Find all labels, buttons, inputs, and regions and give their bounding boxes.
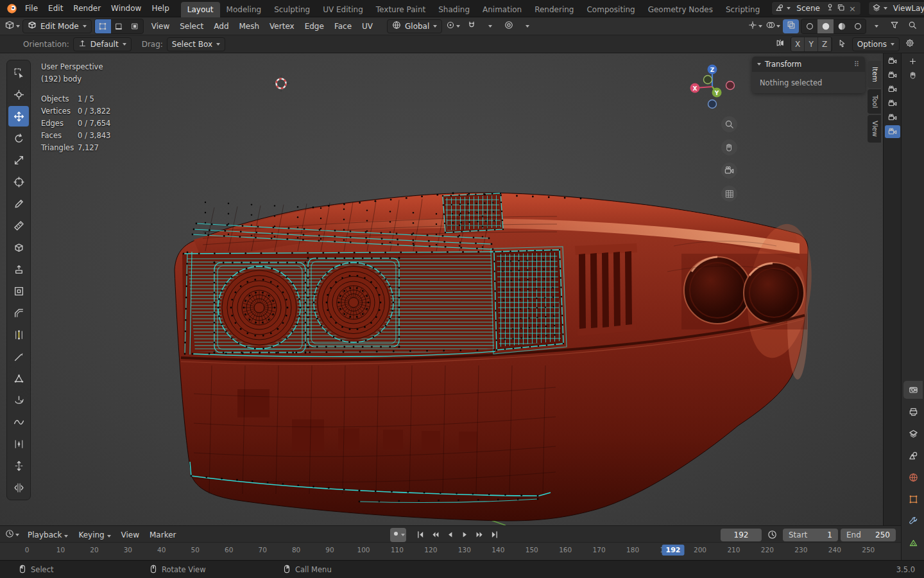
properties-tab-output-icon[interactable] — [903, 403, 923, 421]
properties-tab-view-layer-icon[interactable] — [903, 425, 923, 442]
tool-rip-region[interactable] — [8, 477, 29, 498]
jump-end-button[interactable] — [488, 528, 501, 542]
properties-tab-world-icon[interactable] — [903, 468, 923, 486]
tool-smooth[interactable] — [8, 412, 29, 432]
workspace-tab-uv-editing[interactable]: UV Editing — [316, 2, 370, 17]
tool-shrink-fatten[interactable] — [8, 455, 29, 476]
tool-measure[interactable] — [8, 215, 29, 236]
workspace-tab-sculpting[interactable]: Sculpting — [268, 2, 316, 17]
properties-search-icon[interactable] — [904, 19, 920, 33]
camera-visibility-toggle-icon[interactable] — [885, 125, 900, 138]
timeline-menu-playback[interactable]: Playback — [22, 528, 73, 542]
tool-annotate[interactable] — [8, 193, 29, 214]
viewlayer-selector[interactable]: ViewLayer × — [868, 1, 924, 15]
sidebar-tab-item[interactable]: Item — [868, 61, 881, 88]
workspace-tab-texture-paint[interactable]: Texture Paint — [370, 2, 432, 17]
gear-icon[interactable] — [902, 37, 918, 51]
camera-visibility-toggle-icon[interactable] — [885, 97, 900, 110]
tool-add-cube[interactable] — [8, 237, 29, 258]
camera-view-icon[interactable] — [721, 162, 737, 179]
tool-loop-cut[interactable] — [8, 324, 29, 345]
tool-select-box[interactable] — [8, 62, 29, 83]
tool-edge-slide[interactable] — [8, 434, 29, 454]
tool-transform[interactable] — [8, 171, 29, 192]
next-keyframe-button[interactable] — [473, 528, 486, 542]
sidebar-tab-tool[interactable]: Tool — [868, 89, 881, 114]
mirror-axis-y-toggle[interactable]: Y — [805, 37, 817, 51]
transform-panel-header[interactable]: Transform ⠿ — [752, 57, 865, 72]
current-frame-field[interactable]: 192 — [721, 529, 762, 541]
viewport-menu-face[interactable]: Face — [329, 19, 357, 33]
topbar-menu-help[interactable]: Help — [146, 1, 174, 15]
mode-selector[interactable]: Edit Mode — [22, 19, 92, 33]
prev-keyframe-button[interactable] — [429, 528, 442, 542]
orientation-default-dropdown[interactable]: Default — [73, 37, 132, 51]
viewport-menu-vertex[interactable]: Vertex — [264, 19, 300, 33]
topbar-menu-edit[interactable]: Edit — [43, 1, 68, 15]
timeline-menu-keying[interactable]: Keying — [73, 528, 116, 542]
viewport-menu-view[interactable]: View — [146, 19, 175, 33]
transform-orientation-dropdown[interactable]: Global — [387, 19, 442, 33]
viewport-menu-edge[interactable]: Edge — [300, 19, 329, 33]
timeline-menu-view[interactable]: View — [116, 528, 144, 542]
proportional-falloff-button[interactable] — [519, 19, 535, 33]
camera-visibility-toggle-icon[interactable] — [885, 69, 900, 82]
properties-tab-modifiers-icon[interactable] — [903, 512, 923, 530]
pin-icon[interactable] — [826, 3, 834, 13]
shading-solid-button[interactable] — [817, 19, 834, 33]
vertex-select-mode-button[interactable] — [95, 19, 111, 33]
drag-mode-dropdown[interactable]: Select Box — [167, 37, 225, 51]
mirror-axis-z-toggle[interactable]: Z — [818, 37, 831, 51]
timeline-editor-type-button[interactable] — [4, 528, 20, 542]
blender-logo-icon[interactable] — [4, 1, 20, 15]
jump-start-button[interactable] — [414, 528, 427, 542]
shading-options-button[interactable] — [868, 19, 884, 33]
proportional-edit-button[interactable] — [501, 19, 517, 33]
properties-tab-scene-icon[interactable] — [903, 446, 923, 464]
tool-bevel[interactable] — [8, 302, 29, 323]
show-overlays-button[interactable] — [765, 19, 781, 33]
topbar-menu-render[interactable]: Render — [68, 1, 106, 15]
timeline-menu-marker[interactable]: Marker — [144, 528, 181, 542]
shading-material-button[interactable] — [834, 19, 850, 33]
add-icon[interactable] — [905, 55, 921, 67]
workspace-tab-scripting[interactable]: Scripting — [719, 2, 766, 17]
tool-spin[interactable] — [8, 390, 29, 410]
properties-tab-object-icon[interactable] — [903, 490, 923, 508]
viewport-menu-uv[interactable]: UV — [357, 19, 378, 33]
timeline-ruler[interactable]: 192 010203040506070809010011012013014015… — [0, 543, 901, 560]
tool-rotate[interactable] — [8, 128, 29, 148]
frame-end-field[interactable]: End 250 — [841, 529, 896, 541]
face-select-mode-button[interactable] — [127, 19, 143, 33]
snap-options-button[interactable] — [482, 19, 498, 33]
shading-wireframe-button[interactable] — [801, 19, 817, 33]
topbar-menu-file[interactable]: File — [20, 1, 43, 15]
hand-tool-icon[interactable] — [905, 69, 921, 82]
tool-inset-faces[interactable] — [8, 281, 29, 301]
snap-magnet-button[interactable] — [463, 19, 479, 33]
viewport-menu-mesh[interactable]: Mesh — [234, 19, 265, 33]
sidebar-tab-view[interactable]: View — [868, 115, 881, 143]
viewport-menu-add[interactable]: Add — [209, 19, 234, 33]
mirror-axis-x-toggle[interactable]: X — [791, 37, 804, 51]
tool-extrude-region[interactable] — [8, 259, 29, 279]
workspace-tab-rendering[interactable]: Rendering — [528, 2, 580, 17]
tool-scale[interactable] — [8, 150, 29, 170]
car-mesh-canvas[interactable] — [0, 53, 883, 525]
workspace-tab-modeling[interactable]: Modeling — [220, 2, 268, 17]
viewport-3d[interactable]: User Perspective (192) body Objects1 / 5… — [0, 53, 883, 525]
tool-poly-build[interactable] — [8, 368, 29, 389]
close-icon[interactable]: × — [848, 4, 857, 13]
scene-selector[interactable]: Scene × — [771, 1, 861, 15]
pan-hand-icon[interactable] — [721, 139, 737, 155]
xray-toggle-button[interactable] — [783, 19, 799, 33]
show-gizmo-button[interactable] — [747, 19, 763, 33]
outliner-filter-icon[interactable] — [886, 19, 902, 33]
viewport-menu-select[interactable]: Select — [175, 19, 209, 33]
orthographic-grid-icon[interactable] — [721, 186, 737, 202]
playback-clock-icon[interactable] — [764, 528, 780, 542]
edge-select-mode-button[interactable] — [111, 19, 127, 33]
play-button[interactable] — [458, 528, 472, 542]
playhead-frame-badge[interactable]: 192 — [662, 545, 685, 556]
workspace-tab-animation[interactable]: Animation — [476, 2, 528, 17]
